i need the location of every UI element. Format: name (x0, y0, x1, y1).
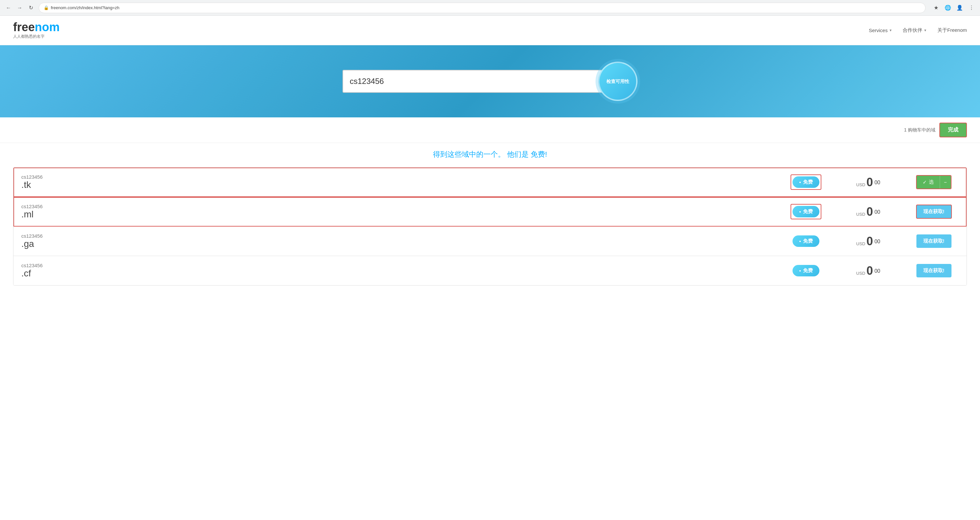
selected-btn-wrapper-tk: ✓ 选 − (916, 175, 951, 189)
domain-action-ga: 现在获取! (901, 228, 967, 254)
domain-price-cf: USD 0 00 (835, 257, 901, 284)
price-currency-tk: USD (856, 182, 866, 187)
price-currency-cf: USD (856, 271, 866, 276)
logo-text: freenom (13, 21, 60, 33)
domain-price-ga: USD 0 00 (835, 228, 901, 255)
price-cents-tk: 00 (875, 179, 880, 185)
free-badge-cf: 免费 (792, 265, 819, 276)
free-badge-tk: 免费 (792, 176, 819, 188)
nav-item-partners[interactable]: 合作伙伴 ▼ (903, 27, 927, 33)
price-amount-tk: 0 (866, 175, 873, 189)
domain-table: cs123456 .tk 免费 USD 0 00 ✓ 选 − (13, 167, 967, 286)
domain-row-ga: cs123456 .ga 免费 USD 0 00 现在获取! (13, 227, 967, 256)
profile-button[interactable]: 👤 (955, 3, 964, 13)
hero-banner: 检查可用性 (0, 45, 980, 117)
selected-button-tk[interactable]: ✓ 选 (917, 176, 940, 188)
cart-count-text: 1 购物车中的域 (904, 127, 935, 133)
domain-action-cf: 现在获取! (901, 257, 967, 284)
domain-prefix-tk: cs123456 (21, 174, 768, 180)
domain-name-ga: cs123456 .ga (13, 227, 776, 256)
menu-button[interactable]: ⋮ (967, 3, 976, 13)
domain-action-ml: 现在获取! (901, 198, 967, 225)
chevron-down-icon: ▼ (924, 29, 927, 32)
selected-btn-label-tk: 选 (929, 179, 934, 185)
domain-prefix-ga: cs123456 (21, 233, 768, 239)
search-btn-label: 检查可用性 (606, 78, 629, 84)
logo-tagline: 人人都熟悉的名字 (13, 34, 60, 39)
main-content: 得到这些域中的一个。 他们是 免费! cs123456 .tk 免费 USD 0… (0, 143, 980, 299)
domain-badge-cell-ml: 免费 (776, 197, 835, 226)
domain-tld-cf: .cf (21, 268, 768, 279)
logo[interactable]: freenom 人人都熟悉的名字 (13, 21, 60, 39)
get-now-button-ga[interactable]: 现在获取! (916, 234, 951, 248)
domain-tld-ga: .ga (21, 239, 768, 249)
extensions-button[interactable]: 🌐 (943, 3, 953, 13)
back-button[interactable]: ← (4, 3, 13, 13)
address-bar[interactable]: 🔒 freenom.com/zh/index.html?lang=zh (39, 3, 926, 13)
lock-icon: 🔒 (44, 5, 49, 10)
price-amount-ml: 0 (866, 205, 873, 219)
get-now-button-cf[interactable]: 现在获取! (916, 264, 951, 278)
domain-action-tk: ✓ 选 − (901, 169, 967, 196)
site-header: freenom 人人都熟悉的名字 Services ▼ 合作伙伴 ▼ 关于Fre… (0, 16, 980, 45)
domain-price-tk: USD 0 00 (835, 169, 901, 196)
browser-nav-buttons: ← → ↻ (4, 3, 35, 13)
domain-row-ml: cs123456 .ml 免费 USD 0 00 现在获取! (13, 197, 967, 227)
price-cents-cf: 00 (875, 268, 880, 273)
forward-button[interactable]: → (15, 3, 24, 13)
refresh-button[interactable]: ↻ (26, 3, 35, 13)
nav-item-about[interactable]: 关于Freenom (937, 27, 967, 33)
browser-bar: ← → ↻ 🔒 freenom.com/zh/index.html?lang=z… (0, 0, 980, 16)
price-amount-ga: 0 (866, 234, 873, 248)
domain-badge-wrapper-ml: 免费 (791, 204, 821, 219)
nav-partners-label: 合作伙伴 (903, 27, 922, 33)
domain-badge-wrapper-tk: 免费 (791, 174, 821, 190)
domain-search-input[interactable] (342, 70, 605, 93)
domain-price-ml: USD 0 00 (835, 198, 901, 225)
search-availability-button[interactable]: 检查可用性 (598, 62, 638, 101)
free-badge-ga: 免费 (792, 235, 819, 247)
domain-tld-ml: .ml (21, 209, 768, 220)
logo-free: free (13, 20, 35, 34)
domain-name-tk: cs123456 .tk (13, 167, 776, 197)
domain-prefix-cf: cs123456 (21, 263, 768, 268)
nav-about-label: 关于Freenom (937, 27, 967, 33)
price-currency-ga: USD (856, 241, 866, 246)
nav-menu: Services ▼ 合作伙伴 ▼ 关于Freenom (869, 27, 967, 33)
domain-row-tk: cs123456 .tk 免费 USD 0 00 ✓ 选 − (13, 167, 967, 197)
price-cents-ml: 00 (875, 209, 880, 214)
domain-badge-wrapper-cf: 免费 (791, 263, 821, 278)
nav-item-services[interactable]: Services ▼ (869, 27, 892, 33)
domain-name-ml: cs123456 .ml (13, 197, 776, 226)
domain-row-cf: cs123456 .cf 免费 USD 0 00 现在获取! (13, 256, 967, 285)
logo-nom: nom (35, 20, 60, 34)
price-cents-ga: 00 (875, 238, 880, 244)
nav-services-label: Services (869, 27, 888, 33)
browser-action-buttons: ★ 🌐 👤 ⋮ (931, 3, 976, 13)
url-text: freenom.com/zh/index.html?lang=zh (51, 5, 119, 10)
domain-tld-tk: .tk (21, 180, 768, 190)
domain-badge-cell-ga: 免费 (776, 228, 835, 255)
domain-badge-cell-cf: 免费 (776, 257, 835, 284)
remove-button-tk[interactable]: − (940, 176, 951, 188)
domain-prefix-ml: cs123456 (21, 204, 768, 209)
price-amount-cf: 0 (866, 264, 873, 278)
bookmark-button[interactable]: ★ (931, 3, 941, 13)
complete-button[interactable]: 完成 (939, 123, 967, 137)
domain-name-cf: cs123456 .cf (13, 256, 776, 285)
domain-badge-wrapper-ga: 免费 (791, 234, 821, 248)
price-currency-ml: USD (856, 212, 866, 217)
section-title: 得到这些域中的一个。 他们是 免费! (13, 150, 967, 160)
free-badge-ml: 免费 (792, 206, 819, 217)
checkmark-icon: ✓ (923, 179, 927, 185)
search-container: 检查可用性 (342, 62, 638, 101)
domain-badge-cell-tk: 免费 (776, 168, 835, 196)
get-now-button-ml[interactable]: 现在获取! (916, 204, 952, 219)
cart-area: 1 购物车中的域 完成 (0, 117, 980, 143)
chevron-down-icon: ▼ (889, 29, 892, 32)
